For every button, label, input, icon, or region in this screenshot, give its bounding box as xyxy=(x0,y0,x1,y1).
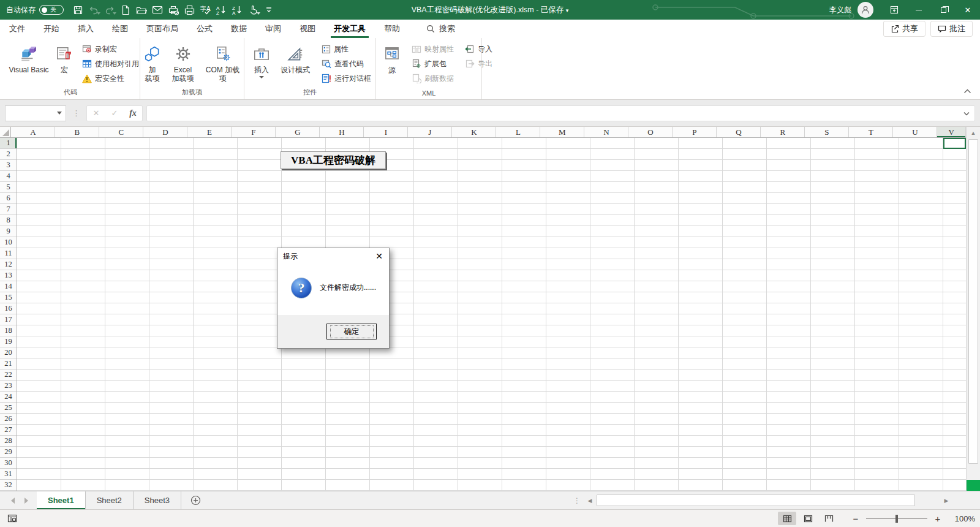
horizontal-scrollbar[interactable]: ◀ ▶ xyxy=(584,491,952,509)
column-header-V[interactable]: V xyxy=(937,127,966,137)
view-code-button[interactable]: 查看代码 xyxy=(319,57,374,70)
minimize-button[interactable] xyxy=(907,0,931,20)
open-folder-icon[interactable] xyxy=(134,2,149,18)
column-header-U[interactable]: U xyxy=(893,127,937,137)
row-header-20[interactable]: 20 xyxy=(0,347,17,358)
tab-绘图[interactable]: 绘图 xyxy=(103,20,137,38)
tab-开始[interactable]: 开始 xyxy=(34,20,69,38)
cancel-entry-icon[interactable]: ✕ xyxy=(87,108,105,118)
undo-icon[interactable] xyxy=(86,2,102,18)
zoom-level[interactable]: 100% xyxy=(948,514,975,523)
column-header-K[interactable]: K xyxy=(452,127,496,137)
column-header-M[interactable]: M xyxy=(540,127,584,137)
scroll-right-icon[interactable]: ▶ xyxy=(941,498,952,504)
row-header-24[interactable]: 24 xyxy=(0,392,17,403)
confirm-entry-icon[interactable]: ✓ xyxy=(105,108,124,118)
avatar[interactable] xyxy=(858,2,873,18)
column-header-R[interactable]: R xyxy=(761,127,805,137)
expansion-packs-button[interactable]: 扩展包 xyxy=(409,57,456,70)
column-header-C[interactable]: C xyxy=(99,127,143,137)
column-header-B[interactable]: B xyxy=(55,127,99,137)
column-header-T[interactable]: T xyxy=(849,127,893,137)
column-header-Q[interactable]: Q xyxy=(717,127,761,137)
prev-sheet-icon[interactable] xyxy=(11,498,15,504)
new-file-icon[interactable] xyxy=(118,2,134,18)
row-header-23[interactable]: 23 xyxy=(0,381,17,392)
zoom-out-button[interactable]: − xyxy=(851,514,860,524)
column-header-N[interactable]: N xyxy=(584,127,628,137)
relative-references-button[interactable]: 使用相对引用 xyxy=(80,57,141,70)
insert-control-button[interactable]: 插入 xyxy=(248,41,275,78)
column-header-D[interactable]: D xyxy=(143,127,187,137)
zoom-slider-track[interactable] xyxy=(866,518,927,519)
touch-mode-icon[interactable] xyxy=(245,2,261,18)
email-icon[interactable] xyxy=(149,2,165,18)
row-header-7[interactable]: 7 xyxy=(0,204,17,215)
macro-security-button[interactable]: 宏安全性 xyxy=(80,72,141,85)
column-header-G[interactable]: G xyxy=(276,127,320,137)
row-header-21[interactable]: 21 xyxy=(0,358,17,370)
horizontal-scrollbar-thumb[interactable] xyxy=(597,495,915,506)
ok-button[interactable]: 确定 xyxy=(326,324,377,339)
name-box[interactable] xyxy=(5,105,66,121)
macros-button[interactable]: 宏 xyxy=(53,41,76,74)
tab-页面布局[interactable]: 页面布局 xyxy=(137,20,187,38)
column-header-J[interactable]: J xyxy=(408,127,452,137)
insert-function-icon[interactable]: fx xyxy=(124,108,142,118)
row-header-12[interactable]: 12 xyxy=(0,259,17,270)
close-button[interactable]: ✕ xyxy=(956,0,980,20)
row-header-31[interactable]: 31 xyxy=(0,469,17,480)
column-header-F[interactable]: F xyxy=(232,127,276,137)
row-header-2[interactable]: 2 xyxy=(0,149,17,160)
row-header-22[interactable]: 22 xyxy=(0,370,17,381)
addins-button[interactable]: 加载项 xyxy=(138,41,167,83)
page-layout-view-button[interactable] xyxy=(799,512,817,525)
sheet-tab-Sheet2[interactable]: Sheet2 xyxy=(86,491,134,509)
row-header-19[interactable]: 19 xyxy=(0,336,17,347)
tab-插入[interactable]: 插入 xyxy=(69,20,103,38)
row-header-29[interactable]: 29 xyxy=(0,447,17,458)
source-button[interactable]: 源 xyxy=(380,41,404,74)
normal-view-button[interactable] xyxy=(778,512,796,525)
row-header-1[interactable]: 1 xyxy=(0,138,17,149)
row-header-11[interactable]: 11 xyxy=(0,248,17,259)
import-button[interactable]: 导入 xyxy=(462,42,495,56)
tab-文件[interactable]: 文件 xyxy=(0,20,34,38)
row-header-5[interactable]: 5 xyxy=(0,182,17,193)
row-header-25[interactable]: 25 xyxy=(0,403,17,414)
zoom-slider-thumb[interactable] xyxy=(895,515,898,523)
column-header-A[interactable]: A xyxy=(11,127,55,137)
column-header-S[interactable]: S xyxy=(805,127,849,137)
sheet-tab-Sheet3[interactable]: Sheet3 xyxy=(134,491,181,509)
row-header-17[interactable]: 17 xyxy=(0,314,17,325)
column-header-I[interactable]: I xyxy=(364,127,408,137)
page-break-view-button[interactable] xyxy=(820,512,838,525)
column-header-L[interactable]: L xyxy=(496,127,540,137)
select-all-corner[interactable] xyxy=(0,127,11,137)
row-header-13[interactable]: 13 xyxy=(0,270,17,281)
record-macro-button[interactable]: 录制宏 xyxy=(80,42,141,56)
restore-button[interactable] xyxy=(931,0,956,20)
row-header-3[interactable]: 3 xyxy=(0,160,17,171)
selected-cell[interactable] xyxy=(943,138,966,149)
row-header-15[interactable]: 15 xyxy=(0,292,17,303)
print-preview-icon[interactable] xyxy=(165,2,181,18)
expand-formula-bar-icon[interactable] xyxy=(963,110,970,117)
tab-公式[interactable]: 公式 xyxy=(187,20,222,38)
tab-scrollbar-divider[interactable]: ⋮ xyxy=(570,491,584,509)
tab-开发工具[interactable]: 开发工具 xyxy=(325,20,375,38)
formula-bar-divider[interactable]: ⋮ xyxy=(70,110,83,116)
run-dialog-button[interactable]: 运行对话框 xyxy=(319,72,374,85)
scroll-left-icon[interactable]: ◀ xyxy=(584,498,595,504)
print-icon[interactable] xyxy=(181,2,197,18)
collapse-ribbon-icon[interactable] xyxy=(963,87,971,96)
redo-icon[interactable] xyxy=(102,2,118,18)
row-header-26[interactable]: 26 xyxy=(0,414,17,425)
autosave-control[interactable]: 自动保存 关 xyxy=(6,5,64,15)
sort-ascending-icon[interactable]: AZ xyxy=(213,2,229,18)
design-mode-button[interactable]: 设计模式 xyxy=(275,41,315,74)
share-button[interactable]: 共享 xyxy=(883,21,925,37)
column-header-H[interactable]: H xyxy=(320,127,364,137)
vba-crack-worksheet-button[interactable]: VBA工程密码破解 xyxy=(281,151,386,169)
row-header-9[interactable]: 9 xyxy=(0,226,17,237)
